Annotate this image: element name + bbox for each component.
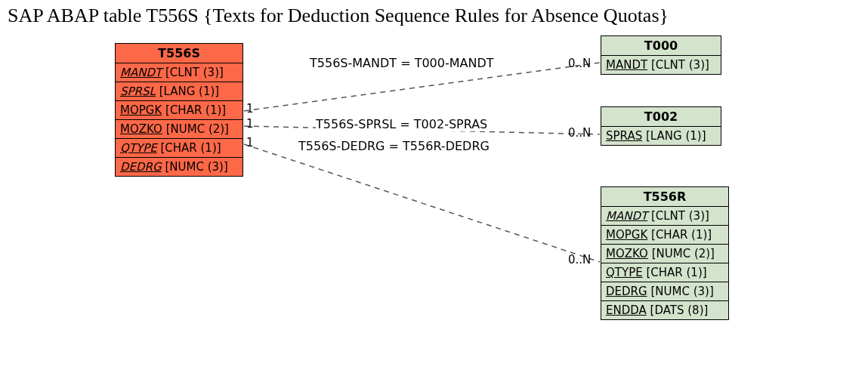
- relation-label-1: T556S-MANDT = T000-MANDT: [310, 56, 494, 70]
- table-row: MOPGK [CHAR (1)]: [116, 101, 242, 120]
- cardinality-right-2: 0..N: [568, 126, 591, 140]
- table-row: QTYPE [CHAR (1)]: [116, 139, 242, 158]
- cardinality-left-1: 1: [246, 102, 254, 116]
- table-row: SPRAS [LANG (1)]: [601, 127, 721, 145]
- entity-t556s-header: T556S: [116, 44, 242, 63]
- entity-t000-header: T000: [601, 36, 721, 56]
- table-row: MOPGK [CHAR (1)]: [601, 226, 728, 245]
- table-row: MANDT [CLNT (3)]: [601, 207, 728, 226]
- entity-t556r: T556R MANDT [CLNT (3)] MOPGK [CHAR (1)] …: [601, 186, 729, 320]
- relation-label-3: T556S-DEDRG = T556R-DEDRG: [298, 139, 490, 153]
- cardinality-left-3: 1: [246, 136, 254, 149]
- cardinality-right-3: 0..N: [568, 253, 591, 266]
- table-row: MANDT [CLNT (3)]: [116, 63, 242, 82]
- table-row: DEDRG [NUMC (3)]: [116, 158, 242, 176]
- entity-t002: T002 SPRAS [LANG (1)]: [601, 106, 721, 146]
- table-row: SPRSL [LANG (1)]: [116, 82, 242, 101]
- entity-t556s: T556S MANDT [CLNT (3)] SPRSL [LANG (1)] …: [115, 43, 243, 177]
- page-title: SAP ABAP table T556S {Texts for Deductio…: [8, 5, 669, 27]
- table-row: MOZKO [NUMC (2)]: [116, 120, 242, 139]
- cardinality-left-2: 1: [246, 117, 254, 131]
- entity-t002-header: T002: [601, 107, 721, 127]
- table-row: MOZKO [NUMC (2)]: [601, 245, 728, 263]
- relation-label-2: T556S-SPRSL = T002-SPRAS: [316, 117, 487, 131]
- table-row: MANDT [CLNT (3)]: [601, 56, 721, 74]
- table-row: QTYPE [CHAR (1)]: [601, 263, 728, 282]
- table-row: ENDDA [DATS (8)]: [601, 301, 728, 319]
- entity-t000: T000 MANDT [CLNT (3)]: [601, 35, 721, 75]
- svg-line-2: [244, 144, 600, 262]
- table-row: DEDRG [NUMC (3)]: [601, 282, 728, 301]
- cardinality-right-1: 0..N: [568, 57, 591, 70]
- entity-t556r-header: T556R: [601, 187, 728, 207]
